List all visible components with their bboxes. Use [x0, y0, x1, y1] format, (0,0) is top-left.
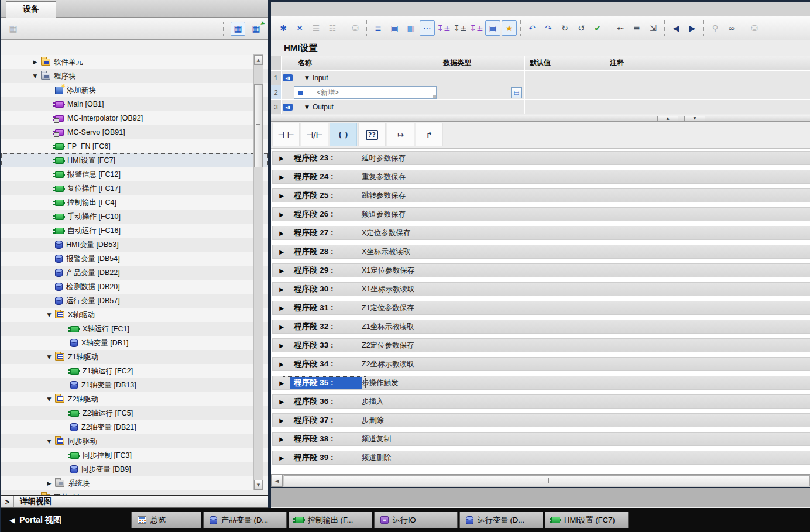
tree-item[interactable]: HMI变量 [DB53] [1, 238, 268, 252]
default-cell[interactable] [525, 85, 605, 99]
taskbar-overview-button[interactable]: 总览 [131, 512, 201, 528]
splitter-collapse-up-button[interactable]: ▲ [657, 116, 678, 121]
coil-icon[interactable]: ─( )─ [330, 123, 357, 146]
default-cell[interactable] [525, 71, 605, 85]
network-row[interactable]: ▶ 程序段 26 : 频道参数保存 [272, 207, 810, 221]
network-expand-icon[interactable]: ▶ [273, 249, 290, 255]
open-in-editor-icon[interactable]: ▦ ➤ [249, 22, 263, 36]
expand-networks-icon[interactable]: ▤ [387, 20, 402, 36]
network-expand-icon[interactable]: ▶ [273, 324, 290, 330]
empty-box-icon[interactable]: ?? [358, 123, 386, 146]
header-name[interactable]: 名称 [293, 56, 438, 70]
network-expand-icon[interactable]: ▶ [273, 267, 290, 274]
header-datatype[interactable]: 数据类型 [438, 56, 525, 70]
network-expand-icon[interactable]: ▶ [273, 361, 290, 368]
tree-item[interactable]: HMI设置 [FC7] [1, 153, 268, 167]
network-expand-icon[interactable]: ▶ [273, 286, 290, 293]
apply-snapshot-icon[interactable]: ↺ [574, 20, 589, 36]
tree-item[interactable]: ▼ X轴驱动 [1, 308, 268, 322]
tree-item[interactable]: ▼ Z1轴驱动 [1, 350, 268, 364]
network-comment[interactable]: 步操作触发 [362, 378, 399, 388]
goto-previous-icon[interactable]: ⇠ [613, 20, 628, 36]
network-expand-icon[interactable]: ▶ [273, 211, 290, 218]
nc-contact-icon[interactable]: ⊣/⊢ [301, 123, 328, 146]
section-expand-icon[interactable]: ▼ [305, 104, 309, 110]
goto-branch-icon[interactable]: ⇲ [646, 20, 661, 36]
interface-row-input[interactable]: 1 ▼Input [271, 71, 810, 85]
scrollbar-thumb[interactable] [254, 84, 263, 167]
network-title[interactable]: 程序段 34 : [290, 358, 362, 370]
network-expand-icon[interactable]: ▶ [273, 305, 290, 311]
find-replace-icon[interactable]: ⚲ [708, 20, 723, 36]
network-row[interactable]: ▶ 程序段 25 : 跳转参数保存 [272, 188, 810, 202]
interface-splitter[interactable]: ▲ ▼ [271, 115, 810, 122]
insert-row-icon[interactable]: ☰ [308, 20, 324, 36]
monitoring-glasses-icon[interactable]: ∞ [724, 20, 739, 36]
network-comment[interactable]: Z1坐标示教读取 [362, 322, 414, 332]
tree-item[interactable]: 手动操作 [FC10] [1, 210, 268, 224]
network-title[interactable]: 程序段 25 : [290, 190, 362, 201]
network-title[interactable]: 程序段 39 : [290, 452, 362, 464]
header-default[interactable]: 默认值 [525, 56, 605, 70]
detail-view-chevron-icon[interactable]: > [1, 496, 14, 507]
comment-cell[interactable] [605, 100, 810, 114]
network-comment[interactable]: 步删除 [362, 416, 384, 425]
network-comment[interactable]: Z2坐标示教读取 [362, 359, 414, 369]
scroll-up-icon[interactable]: ▲ [254, 55, 263, 65]
taskbar-control-fc-button[interactable]: 控制输出 (F... [289, 512, 372, 528]
absolute-operands-icon[interactable]: ≣ [370, 20, 386, 36]
network-expand-icon[interactable]: ▶ [273, 342, 290, 349]
tree-item[interactable]: ▼ 程序块 [1, 69, 268, 83]
datatype-cell[interactable] [438, 100, 525, 114]
expand-arrow-icon[interactable]: ▶ [44, 480, 54, 486]
discard-redo-icon[interactable]: ↷ [541, 20, 556, 36]
network-title[interactable]: 程序段 24 : [290, 171, 362, 183]
comment-cell[interactable] [605, 85, 810, 99]
tree-item[interactable]: 报警变量 [DB54] [1, 252, 268, 266]
network-comment[interactable]: X坐标示教读取 [362, 247, 410, 257]
tab-devices[interactable]: 设备 [6, 1, 56, 18]
tree-item[interactable]: MC-Servo [OB91] [1, 125, 268, 139]
portal-view-button[interactable]: ◀ Portal 视图 [1, 515, 131, 526]
network-expand-icon[interactable]: ▶ [273, 193, 290, 199]
network-title[interactable]: 程序段 36 : [290, 396, 362, 407]
network-comment[interactable]: 频道删除 [362, 453, 391, 463]
no-contact-icon[interactable]: ⊣ ⊢ [272, 123, 300, 146]
network-title[interactable]: 程序段 30 : [290, 283, 362, 295]
network-row[interactable]: ▶ 程序段 31 : Z1定位参数保存 [272, 301, 810, 315]
network-comment[interactable]: X1定位参数保存 [362, 266, 414, 276]
network-row[interactable]: ▶ 程序段 28 : X坐标示教读取 [272, 245, 810, 259]
network-comment[interactable]: X1坐标示教读取 [362, 284, 414, 294]
tree-item[interactable]: 添加新块 [1, 83, 268, 97]
scroll-left-icon[interactable]: ◄ [271, 475, 283, 487]
open-branch-icon[interactable]: ↦ [387, 123, 414, 146]
discard-undo-icon[interactable]: ↶ [524, 20, 540, 36]
tree-item[interactable]: 检测数据 [DB20] [1, 280, 268, 294]
network-row[interactable]: ▶ 程序段 38 : 频道复制 [272, 432, 810, 446]
network-comment[interactable]: 步插入 [362, 397, 384, 407]
goto-line-icon[interactable]: ≡ [629, 20, 644, 36]
expand-arrow-icon[interactable]: ▼ [44, 312, 54, 318]
tree-item[interactable]: FP_FN [FC6] [1, 139, 268, 153]
expand-arrow-icon[interactable]: ▼ [44, 396, 54, 402]
ff-ports-toggle-icon[interactable]: ↧± [436, 20, 451, 36]
network-comment[interactable]: 跳转参数保存 [362, 191, 406, 201]
append-row-icon[interactable]: ☷ [325, 20, 340, 36]
expand-arrow-icon[interactable]: ▼ [44, 354, 54, 360]
tree-item[interactable]: MC-Interpolator [OB92] [1, 111, 268, 125]
detail-view-bar[interactable]: > 详细视图 [1, 495, 268, 508]
network-expand-icon[interactable]: ▶ [273, 436, 290, 442]
hscrollbar-thumb[interactable] [284, 475, 810, 486]
favorites-toggle-icon[interactable]: ★ [502, 20, 517, 36]
taskbar-hmi-fc7-button[interactable]: HMI设置 (FC7) [545, 512, 629, 528]
taskbar-run-db-button[interactable]: 运行变量 (D... [459, 512, 543, 528]
network-title[interactable]: 程序段 32 : [290, 321, 362, 332]
network-row[interactable]: ▶ 程序段 33 : Z2定位参数保存 [272, 338, 810, 352]
tree-item[interactable]: X轴变量 [DB1] [1, 336, 268, 350]
expand-arrow-icon[interactable]: ▼ [30, 73, 40, 79]
datatype-dropdown-button[interactable]: ▤ [511, 87, 522, 98]
tree-vertical-scrollbar[interactable]: ▲ ▼ [253, 54, 263, 490]
network-row[interactable]: ▶ 程序段 36 : 步插入 [272, 394, 810, 409]
delete-network-icon[interactable]: ✕ [292, 20, 307, 36]
network-title[interactable]: 程序段 33 : [290, 339, 362, 351]
